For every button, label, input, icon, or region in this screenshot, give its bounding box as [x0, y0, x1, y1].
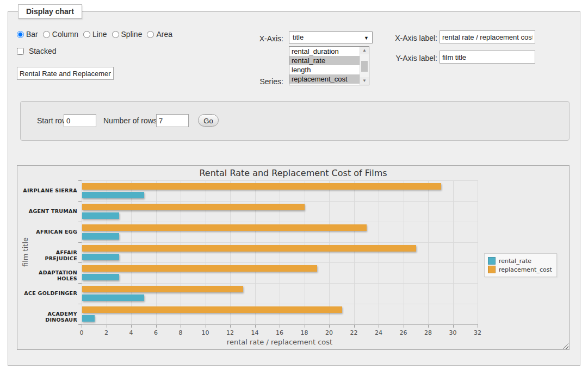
legend-label-rental_rate: rental_rate: [499, 258, 531, 265]
chart-type-radio-area[interactable]: [147, 31, 154, 38]
bar-replacement_cost[interactable]: [82, 183, 441, 190]
resize-handle-icon[interactable]: [562, 343, 568, 349]
y-axis-label-input[interactable]: [440, 51, 535, 64]
gridline: [206, 180, 206, 324]
category-label: ACE GOLDFINGER: [22, 290, 77, 296]
category-label: AGENT TRUMAN: [22, 208, 77, 214]
bar-replacement_cost[interactable]: [82, 286, 243, 292]
chart-type-radio-line[interactable]: [83, 31, 90, 38]
bar-replacement_cost[interactable]: [82, 306, 342, 313]
gridline: [181, 180, 181, 324]
x-tick-label: 20: [325, 329, 333, 336]
display-chart-fieldset: Display chart BarColumnLineSplineArea St…: [8, 11, 580, 366]
gridline: [255, 180, 256, 324]
x-tick-label: 2: [104, 329, 108, 336]
chart-container: Rental Rate and Replacement Cost of Film…: [17, 165, 570, 350]
gridline: [379, 180, 379, 324]
gridline: [82, 262, 478, 263]
category-label: AFFAIR PREJUDICE: [22, 249, 77, 261]
gridline: [82, 222, 478, 222]
scroll-up-icon[interactable]: ▲: [360, 47, 369, 54]
bar-replacement_cost[interactable]: [82, 245, 416, 252]
y-axis-tick: [78, 201, 82, 202]
fieldset-legend: Display chart: [18, 4, 82, 18]
gridline: [478, 180, 478, 324]
legend-swatch-replacement_cost: [488, 266, 496, 273]
gridline: [82, 201, 478, 202]
gridline: [82, 180, 82, 324]
x-tick-label: 22: [350, 329, 358, 336]
gridline: [131, 180, 132, 324]
y-axis-tick: [78, 222, 82, 222]
go-button[interactable]: Go: [198, 114, 219, 127]
chart-type-radio-bar[interactable]: [17, 31, 24, 38]
gridline: [329, 180, 330, 324]
bar-rental_rate[interactable]: [82, 192, 144, 198]
chart-type-option-line[interactable]: Line: [83, 30, 107, 39]
legend-label-replacement_cost: replacement_cost: [499, 266, 552, 273]
gridline: [453, 180, 454, 324]
chart-title-input[interactable]: [17, 67, 114, 80]
bar-rental_rate[interactable]: [82, 294, 144, 301]
gridline: [82, 242, 478, 243]
chart-type-radios: BarColumnLineSplineArea: [17, 30, 177, 39]
category-label: ADAPTATION HOLES: [22, 269, 77, 281]
category-label: AFRICAN EGG: [22, 229, 77, 235]
series-listbox[interactable]: ▲ ▼ rental_durationrental_ratelengthrepl…: [289, 46, 369, 85]
x-tick-label: 24: [375, 329, 382, 336]
x-tick-label: 28: [424, 329, 432, 336]
series-option-replacement_cost[interactable]: replacement_cost: [289, 74, 369, 84]
chart-type-option-spline[interactable]: Spline: [112, 30, 143, 39]
y-axis-tick: [78, 283, 82, 284]
series-select-label: Series:: [242, 77, 283, 86]
legend-item-replacement_cost[interactable]: replacement_cost: [488, 266, 552, 273]
scrollbar-thumb[interactable]: [361, 61, 368, 72]
bar-rental_rate[interactable]: [82, 233, 119, 240]
series-option-length[interactable]: length: [289, 65, 369, 74]
x-axis-select[interactable]: title ▼: [289, 32, 373, 43]
stacked-row: Stacked: [17, 47, 56, 55]
x-tick-label: 6: [154, 329, 158, 336]
legend-swatch-rental_rate: [488, 257, 496, 265]
gridline: [82, 304, 478, 304]
x-tick-label: 8: [179, 329, 183, 336]
chart-type-option-area[interactable]: Area: [147, 30, 172, 39]
scroll-down-icon[interactable]: ▼: [360, 77, 369, 85]
bar-replacement_cost[interactable]: [82, 224, 367, 231]
x-tick-label: 0: [80, 329, 84, 336]
series-option-rental_rate[interactable]: rental_rate: [289, 56, 369, 65]
gridline: [82, 283, 478, 284]
x-axis-selected-value: title: [293, 33, 304, 41]
number-of-rows-input[interactable]: [156, 114, 189, 127]
x-axis-label-input[interactable]: [440, 30, 535, 43]
chart-type-radio-column[interactable]: [43, 31, 50, 38]
chart-type-radio-spline[interactable]: [112, 31, 119, 38]
bar-rental_rate[interactable]: [82, 315, 95, 322]
number-of-rows-label: Number of rows:: [103, 116, 159, 125]
listbox-scrollbar[interactable]: ▲ ▼: [360, 47, 369, 85]
chart-type-option-column[interactable]: Column: [43, 30, 78, 39]
bar-rental_rate[interactable]: [82, 254, 119, 260]
gridline: [354, 180, 355, 324]
x-tick-label: 26: [400, 329, 407, 336]
x-axis-label-field-label: X-Axis label:: [387, 34, 437, 42]
bar-replacement_cost[interactable]: [82, 204, 305, 210]
start-row-input[interactable]: [64, 114, 96, 127]
category-label: AIRPLANE SIERRA: [22, 187, 77, 193]
bar-rental_rate[interactable]: [82, 274, 119, 280]
stacked-checkbox[interactable]: [17, 48, 24, 55]
chart-type-option-bar[interactable]: Bar: [17, 30, 38, 39]
y-axis-tick: [78, 262, 82, 263]
legend-item-rental_rate[interactable]: rental_rate: [488, 257, 552, 265]
gridline: [404, 180, 404, 324]
bar-rental_rate[interactable]: [82, 212, 119, 219]
gridline: [156, 180, 157, 324]
category-label: ACADEMY DINOSAUR: [22, 311, 77, 323]
stacked-label[interactable]: Stacked: [29, 47, 57, 55]
x-tick-label: 10: [202, 329, 209, 336]
series-option-rental_duration[interactable]: rental_duration: [289, 47, 369, 56]
gridline: [428, 180, 429, 324]
bar-replacement_cost[interactable]: [82, 265, 317, 272]
chart-legend: rental_ratereplacement_cost: [484, 253, 557, 277]
x-axis-line: [82, 324, 478, 325]
